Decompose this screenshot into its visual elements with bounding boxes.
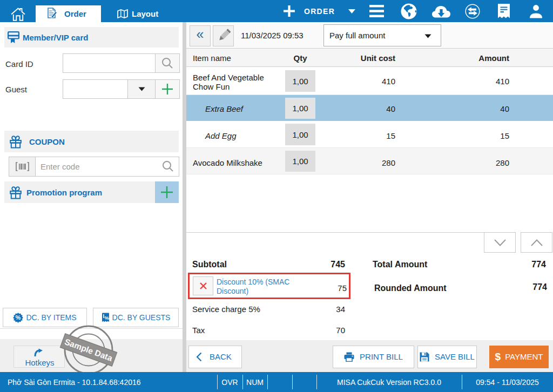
svg-text:%: % <box>16 314 21 321</box>
svg-text:%: % <box>104 315 109 321</box>
